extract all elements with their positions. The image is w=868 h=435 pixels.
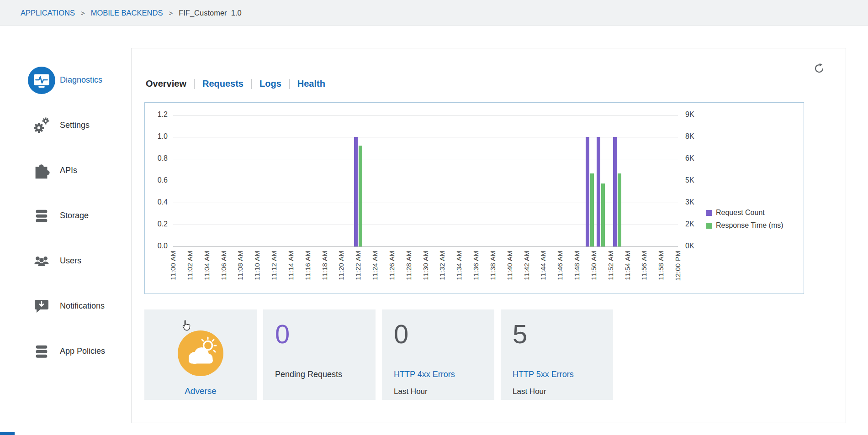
x-axis-tick-label: 11:56 AM [640, 251, 648, 280]
weather-card[interactable]: Adverse [144, 309, 257, 400]
x-axis-tick-label: 11:10 AM [253, 251, 261, 280]
x-axis-tick-label: 11:24 AM [371, 251, 379, 280]
x-axis-tick-label: 11:50 AM [590, 251, 598, 280]
left-axis-tick-label: 0.8 [145, 154, 168, 162]
right-axis-tick-label: 0K [685, 242, 694, 250]
left-axis-tick-label: 0.6 [145, 176, 168, 184]
chart-gridline [173, 159, 678, 159]
chart-box: 0.00K0.22K0.43K0.65K0.86K1.08K1.29K11:00… [144, 102, 804, 294]
legend-swatch [706, 223, 712, 229]
sidebar-item-label: App Policies [60, 346, 105, 356]
diagnostics-monitor-icon [26, 66, 57, 94]
sidebar-item-label: APIs [60, 166, 77, 175]
x-axis-tick-label: 11:00 AM [169, 251, 177, 280]
sidebar-item-app-policies[interactable]: App Policies [26, 329, 133, 374]
chart-gridline [173, 115, 678, 115]
x-axis-tick-label: 11:54 AM [624, 251, 631, 280]
left-axis-tick-label: 0.4 [145, 198, 168, 206]
breadcrumb-link-mobile-backends[interactable]: MOBILE BACKENDS [91, 9, 163, 17]
http-5xx-card: 5 HTTP 5xx Errors Last Hour [501, 309, 613, 400]
x-axis-tick-label: 11:30 AM [422, 251, 429, 280]
breadcrumb-separator: > [81, 9, 85, 17]
x-axis-tick-label: 11:34 AM [455, 251, 463, 280]
sidebar-item-label: Users [60, 256, 81, 266]
breadcrumb-link-applications[interactable]: APPLICATIONS [21, 9, 75, 17]
x-axis-tick-label: 11:12 AM [270, 251, 278, 280]
puzzle-icon [26, 161, 57, 180]
http-5xx-errors-link[interactable]: HTTP 5xx Errors [513, 370, 574, 379]
sidebar-item-diagnostics[interactable]: Diagnostics [26, 58, 133, 103]
left-axis-tick-label: 1.2 [145, 110, 168, 119]
breadcrumb: APPLICATIONS > MOBILE BACKENDS > FIF_Cus… [0, 0, 868, 26]
breadcrumb-separator: > [169, 9, 173, 17]
diagnostics-panel: Overview Requests Logs Health 0.00K0.22K… [131, 48, 846, 423]
x-axis-tick-label: 11:08 AM [236, 251, 244, 280]
x-axis-tick-label: 11:52 AM [607, 251, 614, 280]
sidebar-item-notifications[interactable]: Notifications [26, 283, 133, 329]
right-axis-tick-label: 2K [685, 220, 694, 228]
right-axis-tick-label: 3K [685, 198, 694, 206]
http-4xx-card: 0 HTTP 4xx Errors Last Hour [382, 309, 494, 400]
sidebar-item-label: Settings [60, 121, 90, 130]
sidebar-item-storage[interactable]: Storage [26, 193, 133, 238]
tab-health[interactable]: Health [290, 79, 333, 89]
left-axis-tick-label: 0.2 [145, 220, 168, 228]
tab-overview[interactable]: Overview [146, 79, 194, 89]
pending-requests-label: Pending Requests [275, 370, 342, 379]
right-axis-tick-label: 5K [685, 176, 694, 184]
x-axis-tick-label: 11:16 AM [304, 251, 312, 280]
left-axis-tick-label: 0.0 [145, 242, 168, 250]
x-axis-tick-label: 11:42 AM [523, 251, 530, 280]
x-axis-tick-label: 11:46 AM [556, 251, 564, 280]
http-4xx-errors-link[interactable]: HTTP 4xx Errors [394, 370, 455, 379]
left-axis-tick-label: 1.0 [145, 132, 168, 141]
right-axis-tick-label: 9K [685, 110, 694, 119]
weather-status-link[interactable]: Adverse [144, 386, 257, 396]
notification-bubble-icon [26, 297, 57, 315]
x-axis-tick-label: 11:32 AM [438, 251, 446, 280]
pending-requests-value: 0 [275, 320, 290, 349]
refresh-icon[interactable] [814, 63, 825, 74]
right-axis-tick-label: 8K [685, 132, 694, 141]
x-axis-tick-label: 11:44 AM [539, 251, 547, 280]
request-count-bar [597, 137, 600, 246]
legend-label: Request Count [716, 209, 765, 217]
x-axis-tick-label: 11:14 AM [287, 251, 295, 280]
response-time-bar [359, 146, 362, 246]
x-axis-tick-label: 11:02 AM [186, 251, 194, 280]
breadcrumb-current: FIF_Customer 1.0 [179, 9, 242, 17]
x-axis-tick-label: 11:18 AM [321, 251, 328, 280]
http-4xx-sublabel: Last Hour [394, 387, 428, 396]
response-time-bar [590, 173, 594, 246]
x-axis-tick-label: 12:00 PM [674, 251, 682, 281]
policies-stack-icon [26, 343, 57, 360]
legend-swatch [706, 210, 712, 216]
x-axis-tick-label: 11:28 AM [405, 251, 413, 280]
adverse-weather-icon [178, 330, 223, 378]
x-axis-tick-label: 11:58 AM [657, 251, 665, 280]
chart-plot-area: 0.00K0.22K0.43K0.65K0.86K1.08K1.29K11:00… [145, 103, 804, 293]
tab-requests[interactable]: Requests [195, 79, 251, 89]
request-count-bar [354, 137, 358, 246]
tab-bar: Overview Requests Logs Health [146, 79, 333, 89]
x-axis-tick-label: 11:26 AM [388, 251, 396, 280]
legend-item: Response Time (ms) [706, 221, 783, 230]
response-time-bar [601, 183, 605, 246]
request-count-bar [613, 137, 617, 246]
sidebar-item-users[interactable]: Users [26, 238, 133, 283]
sidebar-item-label: Storage [60, 211, 89, 220]
sidebar-item-settings[interactable]: Settings [26, 103, 133, 148]
http-5xx-value: 5 [513, 320, 527, 349]
tab-logs[interactable]: Logs [252, 79, 289, 89]
pending-requests-card: 0 Pending Requests [263, 309, 376, 400]
chart-gridline [173, 181, 678, 181]
legend-item: Request Count [706, 209, 765, 217]
right-axis-tick-label: 6K [685, 154, 694, 162]
users-group-icon [26, 252, 57, 271]
x-axis-tick-label: 11:36 AM [472, 251, 480, 280]
x-axis-tick-label: 11:38 AM [489, 251, 497, 280]
sidebar-item-apis[interactable]: APIs [26, 148, 133, 193]
x-axis-tick-label: 11:22 AM [354, 251, 362, 280]
request-count-bar [586, 137, 589, 246]
x-axis-tick-label: 11:06 AM [220, 251, 228, 280]
